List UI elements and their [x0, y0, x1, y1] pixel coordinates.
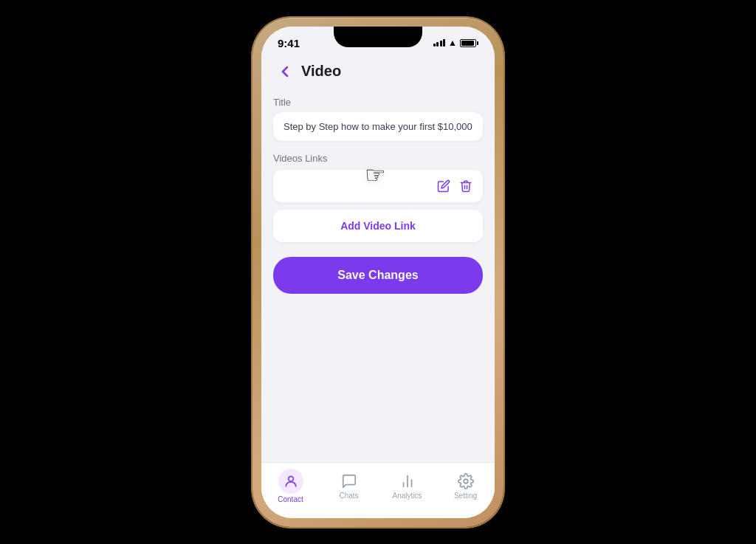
chats-label: Chats — [339, 492, 358, 500]
notch — [334, 27, 422, 47]
nav-item-analytics[interactable]: Analytics — [378, 472, 436, 500]
setting-icon — [457, 472, 475, 490]
signal-icon — [433, 39, 446, 47]
analytics-label: Analytics — [392, 492, 422, 500]
contact-label: Contact — [278, 495, 303, 503]
analytics-icon — [399, 472, 416, 490]
page-title: Video — [301, 63, 341, 80]
contact-icon — [284, 474, 298, 489]
contact-active-bg — [278, 469, 303, 494]
video-link-item — [273, 170, 483, 202]
edit-icon[interactable] — [437, 179, 450, 193]
delete-icon[interactable] — [459, 179, 472, 193]
phone-screen: 9:41 ▲ Video — [261, 27, 495, 518]
chats-icon — [340, 472, 358, 490]
header: Video — [261, 54, 495, 91]
bottom-nav: Contact Chats — [261, 462, 495, 518]
status-time: 9:41 — [278, 37, 300, 49]
screen-content: Video Title Videos Links — [261, 54, 495, 518]
phone-device: 9:41 ▲ Video — [252, 18, 504, 527]
nav-item-contact[interactable]: Contact — [261, 469, 320, 503]
setting-label: Setting — [454, 492, 477, 500]
battery-icon — [460, 39, 478, 47]
title-label: Title — [273, 97, 483, 108]
nav-item-chats[interactable]: Chats — [320, 472, 378, 500]
svg-point-4 — [464, 479, 468, 483]
title-input[interactable] — [273, 112, 483, 141]
back-button[interactable] — [273, 60, 297, 83]
save-changes-button[interactable]: Save Changes — [273, 257, 483, 294]
add-video-link-button[interactable]: Add Video Link — [273, 210, 483, 242]
videos-links-label: Videos Links — [273, 153, 483, 164]
svg-point-0 — [288, 476, 293, 481]
nav-item-setting[interactable]: Setting — [436, 472, 495, 500]
status-icons: ▲ — [433, 38, 478, 47]
wifi-icon: ▲ — [448, 38, 457, 47]
form-area: Title Videos Links — [261, 91, 495, 462]
